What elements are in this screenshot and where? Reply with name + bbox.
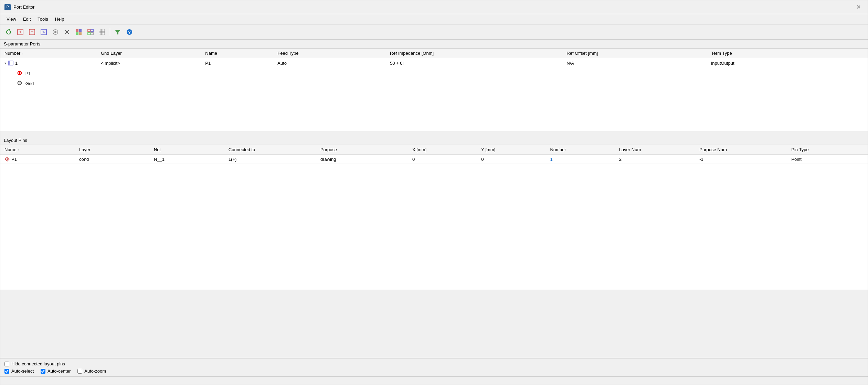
layout-purpose-cell: drawing — [316, 155, 408, 164]
menu-tools[interactable]: Tools — [34, 15, 51, 23]
properties-button[interactable] — [50, 27, 61, 38]
add-port-button[interactable]: + — [15, 27, 26, 38]
layout-purpose-num-cell: -1 — [695, 155, 787, 164]
svg-point-8 — [54, 31, 56, 33]
auto-zoom-label: Auto-zoom — [84, 368, 106, 374]
filter-button[interactable] — [112, 27, 123, 38]
layout-table-container[interactable]: Name Layer Net Connected to Purpose X [m… — [0, 145, 868, 290]
th-number[interactable]: Number — [0, 49, 97, 58]
lth-pin-type: Pin Type — [787, 145, 868, 155]
grid-button[interactable] — [85, 27, 96, 38]
term-type-cell: inputOutput — [707, 58, 868, 68]
minus-icon: ⊖ — [17, 80, 22, 86]
th-gnd-layer: Gnd Layer — [97, 49, 201, 58]
table-row[interactable]: P1 cond N__1 1(+) drawing 0 0 1 2 -1 — [0, 155, 868, 164]
svg-text:−: − — [31, 29, 33, 34]
sparameter-table-container[interactable]: Number Gnd Layer Name Feed Type Ref Impe… — [0, 49, 868, 131]
help-button[interactable]: ? — [124, 27, 135, 38]
menu-help[interactable]: Help — [52, 15, 68, 23]
toolbar-sep — [110, 28, 110, 36]
menu-edit[interactable]: Edit — [20, 15, 34, 23]
svg-rect-12 — [79, 29, 82, 32]
sparameter-section-header: S-parameter Ports — [0, 40, 868, 49]
svg-text:?: ? — [128, 30, 131, 35]
auto-zoom-checkbox[interactable] — [77, 369, 82, 374]
hide-connected-label: Hide connected layout pins — [11, 361, 65, 366]
table-row[interactable]: ⊕ P1 — [0, 68, 868, 78]
sparameter-section: S-parameter Ports Number Gnd Layer Name … — [0, 40, 868, 136]
menu-bar: View Edit Tools Help — [0, 14, 868, 24]
edit-port-button[interactable]: ✎ — [38, 27, 49, 38]
chevron-down-icon[interactable]: ▾ — [4, 61, 6, 65]
app-icon: P — [4, 4, 11, 10]
layout-view-button[interactable] — [73, 27, 84, 38]
port-icon — [8, 60, 14, 66]
layout-pin-type-cell: Point — [787, 155, 868, 164]
lth-purpose-num: Purpose Num — [695, 145, 787, 155]
lth-purpose: Purpose — [316, 145, 408, 155]
hide-connected-checkbox-label[interactable]: Hide connected layout pins — [4, 361, 65, 366]
main-window: P Port Editor ✕ View Edit Tools Help + −… — [0, 0, 868, 385]
layout-pin-name: P1 — [11, 157, 17, 162]
hide-connected-checkbox[interactable] — [4, 362, 9, 366]
lth-number: Number — [546, 145, 615, 155]
checkbox-group: Auto-select Auto-center Auto-zoom — [4, 368, 864, 374]
svg-rect-13 — [76, 32, 78, 35]
gnd-layer-cell: <Implicit> — [97, 58, 201, 68]
svg-rect-15 — [88, 29, 90, 32]
layout-table: Name Layer Net Connected to Purpose X [m… — [0, 145, 868, 164]
ref-offset-cell: N/A — [562, 58, 707, 68]
auto-center-checkbox-label[interactable]: Auto-center — [41, 368, 71, 374]
title-bar-left: P Port Editor — [4, 4, 34, 10]
svg-rect-14 — [79, 32, 82, 35]
auto-select-label: Auto-select — [11, 368, 34, 374]
menu-view[interactable]: View — [3, 15, 20, 23]
svg-rect-11 — [76, 29, 78, 32]
plus-icon: ⊕ — [17, 70, 22, 76]
layout-pin-icon — [4, 156, 10, 162]
svg-rect-22 — [8, 61, 13, 65]
child-p1-label: P1 — [25, 71, 31, 76]
layout-section: Layout Pins Name Layer Net Connected to … — [0, 136, 868, 358]
layout-net-cell: N__1 — [150, 155, 224, 164]
svg-rect-17 — [88, 32, 90, 35]
content-area: S-parameter Ports Number Gnd Layer Name … — [0, 40, 868, 358]
table-row[interactable]: ⊖ Gnd — [0, 78, 868, 88]
svg-point-25 — [7, 158, 8, 160]
auto-center-checkbox[interactable] — [41, 369, 45, 374]
th-name: Name — [201, 49, 273, 58]
delete-button[interactable] — [62, 27, 73, 38]
svg-text:✎: ✎ — [42, 30, 45, 34]
ref-impedance-cell: 50 + 0i — [386, 58, 562, 68]
layout-header-row: Name Layer Net Connected to Purpose X [m… — [0, 145, 868, 155]
lth-layer: Layer — [75, 145, 150, 155]
auto-zoom-checkbox-label[interactable]: Auto-zoom — [77, 368, 106, 374]
auto-select-checkbox-label[interactable]: Auto-select — [4, 368, 34, 374]
svg-text:+: + — [19, 30, 21, 34]
layout-y-cell: 0 — [477, 155, 546, 164]
layout-connected-cell: 1(+) — [224, 155, 316, 164]
lth-y: Y [mm] — [477, 145, 546, 155]
bottom-bar: Hide connected layout pins Auto-select A… — [0, 358, 868, 376]
hide-connected-row: Hide connected layout pins — [4, 361, 864, 366]
layout-layer-cell: cond — [75, 155, 150, 164]
refresh-button[interactable] — [3, 27, 14, 38]
lth-layer-num: Layer Num — [615, 145, 696, 155]
auto-select-checkbox[interactable] — [4, 369, 9, 374]
lth-x: X [mm] — [408, 145, 477, 155]
port-number: 1 — [15, 61, 18, 66]
port-name-cell: P1 — [201, 58, 273, 68]
close-button[interactable]: ✕ — [854, 3, 864, 11]
row-expand: ▾ 1 — [4, 60, 93, 66]
layout-section-header: Layout Pins — [0, 136, 868, 145]
th-feed-type: Feed Type — [273, 49, 386, 58]
lth-name[interactable]: Name — [0, 145, 75, 155]
svg-point-26 — [5, 159, 6, 160]
remove-port-button[interactable]: − — [27, 27, 38, 38]
grid2-button[interactable] — [97, 27, 108, 38]
table-row[interactable]: ▾ 1 <Implicit> P1 Auto — [0, 58, 868, 68]
feed-type-cell: Auto — [273, 58, 386, 68]
layout-x-cell: 0 — [408, 155, 477, 164]
title-bar: P Port Editor ✕ — [0, 0, 868, 14]
lth-net: Net — [150, 145, 224, 155]
